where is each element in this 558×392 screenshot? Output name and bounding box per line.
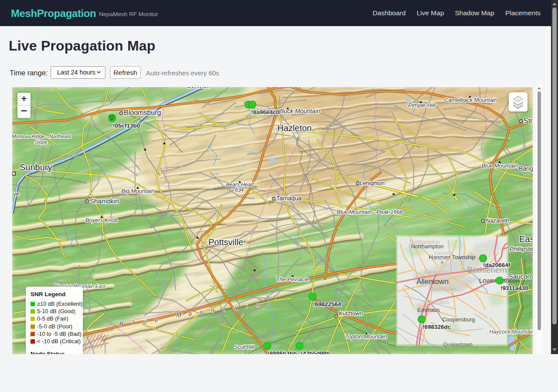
svg-text:Emmaus: Emmaus bbox=[425, 298, 449, 305]
svg-text:!69822564: !69822564 bbox=[313, 301, 341, 308]
svg-text:Scull Hill: Scull Hill bbox=[234, 344, 254, 350]
svg-text:Hazleton: Hazleton bbox=[277, 123, 312, 133]
svg-text:Buck Mountain: Buck Mountain bbox=[280, 108, 320, 115]
svg-text:!05cf13b0: !05cf13b0 bbox=[113, 122, 140, 129]
svg-text:Montour Ridge - Northeast: Montour Ridge - Northeast bbox=[12, 134, 71, 139]
svg-text:Kutztown: Kutztown bbox=[339, 310, 363, 317]
svg-text:Pimple Hill: Pimple Hill bbox=[408, 102, 436, 108]
svg-text:o: o bbox=[188, 310, 192, 317]
svg-text:e: e bbox=[155, 317, 158, 324]
svg-text:Northampton: Northampton bbox=[409, 239, 439, 245]
svg-text:!698326dc: !698326dc bbox=[422, 324, 451, 330]
svg-text:ve: ve bbox=[13, 190, 20, 197]
svg-text:Camelback Mountain: Camelback Mountain bbox=[444, 97, 497, 103]
svg-text:Hanover: Hanover bbox=[434, 250, 453, 256]
svg-text:Emmaus: Emmaus bbox=[417, 307, 440, 313]
svg-text:a: a bbox=[234, 304, 237, 311]
svg-text:Coopersburg: Coopersburg bbox=[442, 316, 475, 323]
svg-text:Sunbury: Sunbury bbox=[20, 162, 52, 172]
svg-text:✈: ✈ bbox=[440, 260, 444, 266]
svg-text:Slope: Slope bbox=[34, 139, 47, 145]
svg-text:Blue Mountain - Peak 1668: Blue Mountain - Peak 1668 bbox=[337, 209, 403, 215]
svg-text:Phillipsburg: Phillipsburg bbox=[510, 246, 533, 252]
svg-text:Bangor: Bangor bbox=[519, 165, 533, 172]
svg-text:Nazareth: Nazareth bbox=[486, 217, 509, 224]
svg-text:u: u bbox=[143, 318, 146, 325]
svg-text:Lehighton: Lehighton bbox=[360, 180, 384, 186]
svg-text:Tamaqua: Tamaqua bbox=[276, 195, 302, 202]
svg-text:!da20664f: !da20664f bbox=[483, 262, 510, 268]
svg-text:Easton: Easton bbox=[519, 234, 533, 244]
svg-text:Pottsville: Pottsville bbox=[208, 237, 243, 247]
svg-text:Bloomsburg: Bloomsburg bbox=[124, 109, 161, 116]
svg-text:n: n bbox=[211, 307, 214, 314]
svg-text:!43b5d98b: !43b5d98b bbox=[301, 350, 330, 354]
svg-text:The Pinnacle: The Pinnacle bbox=[276, 276, 309, 283]
svg-text:n: n bbox=[256, 301, 260, 308]
svg-text:Boyers Knob: Boyers Knob bbox=[85, 217, 118, 223]
svg-text:Shamokin: Shamokin bbox=[90, 197, 119, 205]
svg-text:Topton Mountain: Topton Mountain bbox=[345, 333, 387, 340]
svg-text:Big Mountain: Big Mountain bbox=[121, 188, 154, 194]
svg-text:Catasauqua: Catasauqua bbox=[424, 269, 450, 274]
svg-text:Haycock Mountain: Haycock Mountain bbox=[490, 329, 533, 335]
svg-text:Stroudsburg: Stroudsburg bbox=[524, 117, 533, 125]
svg-text:634: 634 bbox=[235, 187, 244, 193]
svg-text:Quakertown: Quakertown bbox=[443, 341, 472, 348]
svg-text:!8886b3bb: !8886b3bb bbox=[268, 350, 297, 354]
svg-text:!9311a430: !9311a430 bbox=[500, 285, 528, 291]
svg-text:Blue Mountain: Blue Mountain bbox=[481, 162, 517, 169]
svg-text:B: B bbox=[119, 321, 123, 328]
svg-text:!8a96e4c0: !8a96e4c0 bbox=[251, 109, 279, 115]
svg-text:Berwick: Berwick bbox=[187, 87, 210, 89]
svg-text:M: M bbox=[176, 311, 181, 318]
svg-text:u: u bbox=[200, 308, 203, 315]
svg-text:Allentown: Allentown bbox=[429, 285, 458, 292]
